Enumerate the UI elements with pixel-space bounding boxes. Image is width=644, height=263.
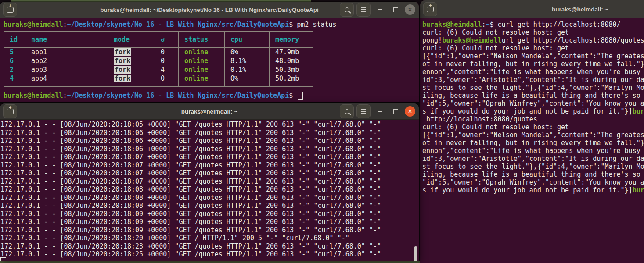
terminal-line: ot in never falling, but in rising every… <box>422 60 644 68</box>
log-line: 172.17.0.1 - - [08/Jun/2020:20:18:07 +00… <box>0 169 419 178</box>
table-cell: 50.3mb <box>270 65 313 74</box>
new-tab-button[interactable] <box>3 104 17 118</box>
window-title: buraks@heimdall: ~ <box>181 108 237 115</box>
log-line: 172.17.0.1 - - [08/Jun/2020:20:18:25 +00… <box>0 250 419 259</box>
minimize-icon <box>378 111 382 112</box>
table-cell: online <box>179 48 225 57</box>
new-tab-icon <box>7 109 14 114</box>
window-title: buraks@heimdall: ~/Desktop/skynet/No 16 … <box>100 7 318 13</box>
log-line: 172.17.0.1 - - [08/Jun/2020:20:18:07 +00… <box>0 153 419 161</box>
terminal-line: curl: (6) Could not resolve host: get <box>422 28 644 36</box>
table-cell: online <box>179 65 225 74</box>
terminal-line: curl: (6) Could not resolve host: get <box>422 123 644 131</box>
log-line: 172.17.0.1 - - [08/Jun/2020:20:18:09 +00… <box>0 226 419 235</box>
terminal-line: s if you would do your job and not be pa… <box>422 107 644 115</box>
log-line: 172.17.0.1 - - [08/Jun/2020:20:18:08 +00… <box>0 194 419 202</box>
prompt-user: buraks@heimdall <box>4 21 63 28</box>
maximize-icon <box>393 7 398 12</box>
table-cell: app2 <box>25 57 108 65</box>
search-icon <box>345 109 349 114</box>
table-cell: 4 <box>150 65 179 74</box>
terminal-line: "id":5,"owner":"Oprah Winfrey","content"… <box>422 100 644 107</box>
terminal-line: pong!buraks@heimdallurl get http://local… <box>422 36 644 44</box>
shell-prompt-line: buraks@heimdall:~/Desktop/skynet/No 16 -… <box>4 21 337 29</box>
log-line: 172.17.0.1 - - [08/Jun/2020:20:18:08 +00… <box>0 185 419 194</box>
terminal-line: iling, because life is a beautiful thing… <box>422 92 644 100</box>
log-line: 172.17.0.1 - - [08/Jun/2020:20:18:06 +00… <box>0 145 419 153</box>
minimize-button[interactable] <box>373 3 386 16</box>
desktop-background-strip <box>0 261 420 263</box>
curl-lines: buraks@heimdall:~$ curl get http://local… <box>422 21 644 194</box>
terminal-line: ot in never falling, but in rising every… <box>422 139 644 147</box>
new-tab-button[interactable] <box>423 2 437 16</box>
col-header-id: id <box>4 32 25 48</box>
minimize-icon <box>378 9 382 10</box>
table-cell: fork <box>108 74 150 83</box>
terminal-line: id":3,"owner":"Aristotle","content":"It … <box>422 155 644 163</box>
terminal-window-curl: buraks@heimdall: ~ buraks@heimdall:~$ cu… <box>420 0 644 263</box>
table-cell: 0 <box>150 48 179 57</box>
log-line: 172.17.0.1 - - [08/Jun/2020:20:18:09 +00… <box>0 210 419 218</box>
terminal-content[interactable]: buraks@heimdall:~/Desktop/skynet/No 16 -… <box>0 18 419 102</box>
table-cell: 5 <box>4 48 25 57</box>
search-button[interactable] <box>340 104 354 118</box>
table-cell: 0 <box>150 57 179 65</box>
table-cell: 0 <box>150 74 179 83</box>
minimize-button[interactable] <box>373 105 386 118</box>
terminal-cursor <box>298 92 303 100</box>
table-cell: fork <box>108 48 150 57</box>
new-tab-icon <box>427 7 434 12</box>
pm2-status-table: id name mode ↺ status cpu memory 5app1fo… <box>4 31 313 87</box>
maximize-icon <box>393 109 398 114</box>
search-button[interactable] <box>340 3 354 17</box>
search-icon <box>345 7 349 12</box>
terminal-line: [{"id":1,"owner":"Nelson Mandela","conte… <box>422 52 644 60</box>
prompt-path: ~/Desktop/skynet/No 16 - LB With Nginx/s… <box>67 21 289 28</box>
prompt-user: buraks@heimdall <box>4 92 63 100</box>
col-header-memory: memory <box>270 32 313 48</box>
terminal-line: ennon","content":"Life is what happens w… <box>422 68 644 76</box>
close-button[interactable]: ✕ <box>405 4 415 15</box>
table-cell: fork <box>108 57 150 65</box>
terminal-line: st focus to see the light."},{"id":4,"ow… <box>422 163 644 171</box>
log-line: 172.17.0.1 - - [08/Jun/2020:20:18:09 +00… <box>0 218 419 226</box>
terminal-content[interactable]: buraks@heimdall:~$ curl get http://local… <box>420 19 644 263</box>
new-tab-icon <box>7 7 14 13</box>
table-cell: 6 <box>4 57 25 65</box>
titlebar[interactable]: buraks@heimdall: ~/Desktop/skynet/No 16 … <box>0 2 419 18</box>
titlebar[interactable]: buraks@heimdall: ~ <box>420 0 644 18</box>
menu-button[interactable] <box>356 104 371 118</box>
log-line: 172.17.0.1 - - [08/Jun/2020:20:18:05 +00… <box>0 121 419 129</box>
restart-icon: ↺ <box>150 32 179 48</box>
terminal-line: id":3,"owner":"Aristotle","content":"It … <box>422 76 644 84</box>
scrollbar-thumb[interactable] <box>414 246 417 261</box>
log-lines: 172.17.0.1 - - [08/Jun/2020:20:18:05 +00… <box>0 121 419 259</box>
terminal-content[interactable]: 172.17.0.1 - - [08/Jun/2020:20:18:05 +00… <box>0 120 419 261</box>
log-line: 172.17.0.1 - - [08/Jun/2020:20:18:08 +00… <box>0 202 419 210</box>
mode-badge: fork <box>114 57 131 65</box>
hamburger-menu-icon <box>361 9 366 10</box>
terminal-line: http://localhost:8080/quotes <box>422 115 644 123</box>
col-header-cpu: cpu <box>225 32 270 48</box>
table-cell: 0.1% <box>225 65 270 74</box>
new-tab-button[interactable] <box>3 3 17 17</box>
log-line: 172.17.0.1 - - [08/Jun/2020:20:18:06 +00… <box>0 137 419 145</box>
maximize-button[interactable] <box>389 105 402 118</box>
log-line: 172.17.0.1 - - [08/Jun/2020:20:18:07 +00… <box>0 178 419 186</box>
menu-button[interactable] <box>356 3 371 17</box>
table-cell: 8.1% <box>225 57 270 65</box>
terminal-line: curl: (6) Could not resolve host: get <box>422 44 644 52</box>
terminal-window-logs: buraks@heimdall: ~ ✕ 172.17.0.1 - - [08/… <box>0 103 419 261</box>
terminal-line: buraks@heimdall:~$ curl get http://local… <box>422 21 644 28</box>
terminal-line: "id":5,"owner":"Oprah Winfrey","content"… <box>422 178 644 186</box>
terminal-line: ennon","content":"Life is what happens w… <box>422 147 644 155</box>
table-cell: online <box>179 57 225 65</box>
close-button[interactable]: ✕ <box>405 106 415 117</box>
window-title: buraks@heimdall: ~ <box>552 6 608 13</box>
table-cell: 4 <box>4 74 25 83</box>
terminal-line: [{"id":1,"owner":"Nelson Mandela","conte… <box>422 131 644 139</box>
table-cell: app1 <box>25 48 108 57</box>
maximize-button[interactable] <box>389 3 402 16</box>
table-cell: 47.9mb <box>270 48 313 57</box>
titlebar[interactable]: buraks@heimdall: ~ ✕ <box>0 103 419 120</box>
